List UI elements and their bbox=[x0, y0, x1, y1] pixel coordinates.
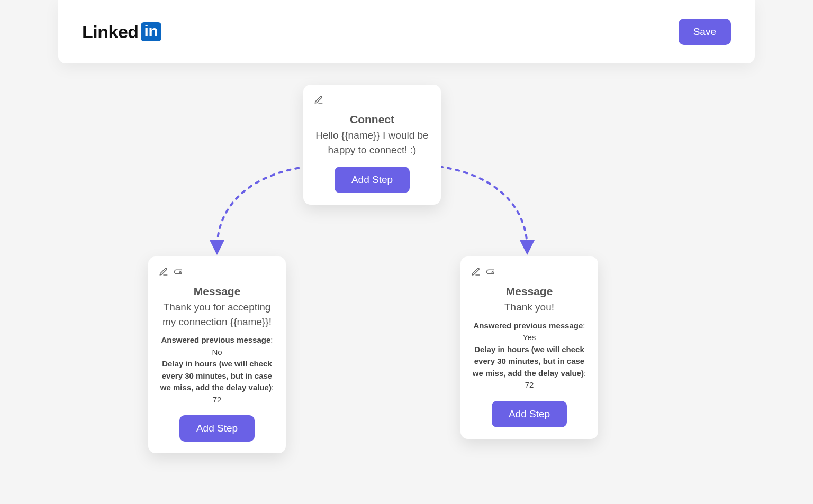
edit-icon[interactable] bbox=[314, 95, 323, 107]
node-message-left: Message Thank you for accepting my conne… bbox=[148, 256, 286, 453]
edit-icon[interactable] bbox=[159, 267, 168, 279]
flow-arrows bbox=[0, 0, 813, 504]
node-meta: Answered previous message: Yes Delay in … bbox=[471, 320, 588, 391]
delay-label: Delay in hours (we will check every 30 m… bbox=[160, 359, 272, 392]
logo-text-linked: Linked bbox=[82, 22, 139, 42]
logo-badge-in: in bbox=[141, 22, 162, 41]
svg-marker-0 bbox=[210, 240, 224, 255]
node-title: Message bbox=[194, 285, 241, 298]
node-message-right: Message Thank you! Answered previous mes… bbox=[460, 256, 598, 439]
add-step-button[interactable]: Add Step bbox=[179, 415, 255, 442]
node-body: Thank you for accepting my connection {{… bbox=[159, 300, 275, 329]
delete-icon[interactable] bbox=[174, 267, 183, 279]
answered-label: Answered previous message bbox=[161, 335, 271, 344]
node-title: Message bbox=[506, 285, 553, 298]
add-step-button[interactable]: Add Step bbox=[335, 167, 410, 193]
node-connect: Connect Hello {{name}} I would be happy … bbox=[303, 85, 441, 205]
save-button[interactable]: Save bbox=[679, 19, 731, 45]
node-meta: Answered previous message: No Delay in h… bbox=[159, 334, 275, 406]
delay-label: Delay in hours (we will check every 30 m… bbox=[473, 345, 584, 378]
node-title: Connect bbox=[350, 113, 394, 126]
answered-label: Answered previous message bbox=[474, 321, 583, 330]
header: Linkedin Save bbox=[58, 0, 755, 63]
node-body: Thank you! bbox=[504, 300, 554, 315]
node-body: Hello {{name}} I would be happy to conne… bbox=[314, 128, 430, 157]
add-step-button[interactable]: Add Step bbox=[492, 401, 567, 427]
delete-icon[interactable] bbox=[486, 267, 495, 279]
linkedin-logo: Linkedin bbox=[82, 22, 161, 42]
edit-icon[interactable] bbox=[471, 267, 481, 279]
svg-marker-1 bbox=[520, 240, 535, 255]
